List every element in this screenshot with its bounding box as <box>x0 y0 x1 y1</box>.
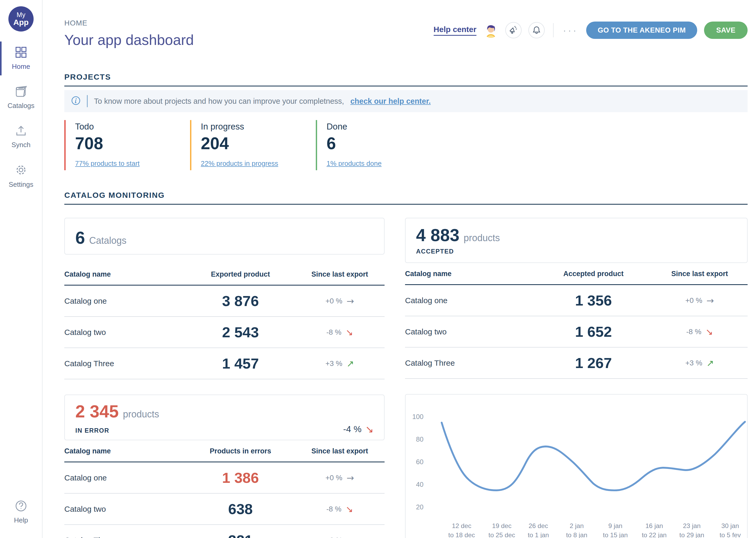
stat-link-in-progress[interactable]: 22% products in progress <box>201 159 278 168</box>
announcements-button[interactable] <box>505 22 522 38</box>
sidebar-item-label: Catalogs <box>8 102 35 110</box>
stat-value: 204 <box>201 134 307 153</box>
products-in-error-card: 2 345 products IN ERROR -4 % ↘ <box>64 395 385 440</box>
app-dashboard-page: My App Home <box>0 0 756 538</box>
exported-count: 2 543 <box>186 324 295 341</box>
save-button[interactable]: SAVE <box>704 22 748 39</box>
y-tick: 40 <box>416 481 424 488</box>
delta-value: +3 % <box>325 359 343 368</box>
delta-value: +0 % <box>325 474 343 482</box>
y-tick: 80 <box>416 436 424 443</box>
sidebar-item-home[interactable]: Home <box>0 46 42 71</box>
help-question-icon <box>15 500 27 513</box>
delta-value: -8 % <box>326 505 342 513</box>
stat-link-todo[interactable]: 77% products to start <box>75 159 140 168</box>
sidebar-item-synch[interactable]: Synch <box>0 125 42 149</box>
delta-value: +3 % <box>685 359 702 367</box>
x-label: 23 jan <box>683 522 701 529</box>
stat-in-progress: In progress 204 22% products in progress <box>190 120 307 170</box>
delta-value: -8 % <box>686 328 701 336</box>
delta-value: -8 % <box>326 328 342 337</box>
x-label: 9 jan <box>608 522 622 529</box>
sidebar-item-settings[interactable]: Settings <box>0 164 42 188</box>
stat-label: In progress <box>201 122 307 132</box>
banner-text: To know more about projects and how you … <box>94 97 344 106</box>
error-products-count: 2 345 <box>75 402 118 421</box>
col-exported-product: Exported product <box>186 270 295 279</box>
error-count: 638 <box>186 501 295 517</box>
catalog-name: Catalog one <box>405 296 535 305</box>
trend-down-icon: ↘ <box>346 328 353 337</box>
home-grid-icon <box>15 46 27 59</box>
x-label: to 15 jan <box>603 531 628 538</box>
sidebar-item-label: Settings <box>9 181 33 188</box>
x-label: to 22 jan <box>642 531 667 538</box>
project-stats: Todo 708 77% products to start In progre… <box>64 120 748 170</box>
help-center-link[interactable]: Help center <box>434 25 476 36</box>
trend-flat-icon: → <box>706 296 714 305</box>
stat-link-done[interactable]: 1% products done <box>327 159 382 168</box>
delta-value: +3 % <box>325 536 343 538</box>
table-row: Catalog two 1 652 -8 % ↘ <box>405 316 748 348</box>
catalog-book-icon <box>15 85 27 98</box>
catalog-name: Catalog Three <box>405 358 535 367</box>
topbar-left: HOME Your app dashboard <box>64 19 194 48</box>
table-row: Catalog one 1 386 +0 % → <box>64 462 385 494</box>
section-rule <box>64 204 748 205</box>
table-row: Catalog two 638 -8 % ↘ <box>64 494 385 525</box>
col-products-in-errors: Products in errors <box>186 447 295 455</box>
products-trend-line-chart: 100 80 60 40 20 12 dec to 18 dec 19 dec … <box>406 396 747 538</box>
upload-icon <box>15 125 27 138</box>
x-label: to 29 jan <box>679 531 704 538</box>
delta-cell: -8 % ↘ <box>295 328 385 337</box>
table-header: Catalog name Accepted product Since last… <box>405 270 748 285</box>
delta-cell: -8 % ↘ <box>652 327 748 336</box>
app-logo-line2: App <box>13 18 28 27</box>
delta-cell: +0 % → <box>652 296 748 305</box>
delta-cell: -8 % ↘ <box>295 505 385 513</box>
error-count: 321 <box>186 532 295 538</box>
col-since-last-export: Since last export <box>295 270 385 279</box>
trend-flat-icon: → <box>347 473 354 482</box>
col-catalog-name: Catalog name <box>64 270 186 279</box>
notifications-bell-button[interactable] <box>528 22 545 38</box>
x-label: to 25 dec <box>489 531 515 538</box>
stat-label: Done <box>327 122 432 132</box>
catalog-name: Catalog two <box>405 327 535 336</box>
catalog-monitoring-section: CATALOG MONITORING 6 Catalogs Catalog na… <box>64 191 748 538</box>
delta-value: -4 % <box>343 424 361 434</box>
exported-count: 3 876 <box>186 293 295 309</box>
projects-section-title: PROJECTS <box>64 73 748 81</box>
sidebar: My App Home <box>0 0 42 538</box>
x-label: to 18 dec <box>449 531 475 538</box>
sidebar-item-help[interactable]: Help <box>0 500 42 524</box>
go-to-akeneo-pim-button[interactable]: GO TO THE AKENEO PIM <box>586 22 697 39</box>
stat-done: Done 6 1% products done <box>316 120 432 170</box>
user-avatar[interactable] <box>483 23 498 38</box>
catalog-monitoring-grid: 6 Catalogs Catalog name Exported product… <box>64 218 748 538</box>
trend-line <box>442 422 745 490</box>
delta-cell: +3 % ↗ <box>295 536 385 538</box>
table-row: Catalog Three 321 +3 % ↗ <box>64 525 385 538</box>
topbar-actions: Help center <box>434 22 748 39</box>
catalog-name: Catalog two <box>64 328 186 337</box>
error-products-unit: products <box>123 409 159 420</box>
banner-help-center-link[interactable]: check our help center. <box>351 97 431 106</box>
app-logo[interactable]: My App <box>8 6 34 31</box>
error-delta: -4 % ↘ <box>343 424 374 434</box>
accepted-count: 1 652 <box>535 323 652 340</box>
sidebar-item-catalogs[interactable]: Catalogs <box>0 85 42 110</box>
catalog-name: Catalog Three <box>64 536 186 538</box>
delta-value: +0 % <box>325 297 343 305</box>
stat-value: 6 <box>327 134 432 153</box>
section-rule <box>64 86 748 86</box>
x-label: 26 dec <box>529 522 548 529</box>
more-options-button[interactable]: ··· <box>562 25 579 35</box>
exported-count: 1 457 <box>186 355 295 372</box>
col-since-last-export: Since last export <box>295 447 385 455</box>
table-row: Catalog Three 1 457 +3 % ↗ <box>64 348 385 379</box>
trend-down-icon: ↘ <box>346 505 353 513</box>
delta-cell: +0 % → <box>295 296 385 305</box>
x-label: 2 jan <box>570 522 584 529</box>
accepted-count: 1 356 <box>535 292 652 309</box>
